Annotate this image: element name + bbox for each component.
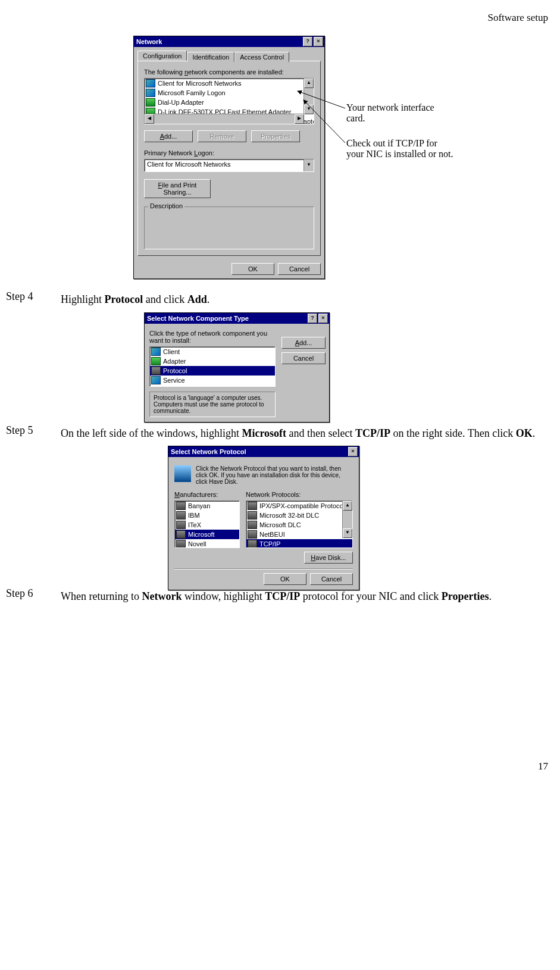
vendor-icon (176, 521, 186, 529)
vendor-icon (176, 511, 186, 520)
vendor-icon (176, 530, 186, 539)
protocol-icon (248, 502, 257, 510)
scrollbar-horizontal[interactable]: ◀ ▶ (145, 114, 304, 124)
component-listbox[interactable]: Client Adapter Protocol Service (149, 346, 276, 387)
step5-text: On the left side of the windows, highlig… (61, 424, 548, 443)
dialog-title: Select Network Component Type (147, 315, 249, 322)
client-icon (146, 89, 155, 97)
step4-label: Step 4 (6, 290, 61, 303)
close-icon[interactable]: × (348, 447, 358, 456)
tab-access-control[interactable]: Access Control (234, 52, 289, 62)
client-icon (151, 348, 161, 356)
tab-identification[interactable]: Identification (187, 52, 234, 62)
description-group: Description (144, 206, 314, 249)
protocol-hint: Protocol is a 'language' a computer uses… (149, 392, 276, 417)
step6-label: Step 6 (6, 587, 61, 600)
protocol-icon (151, 367, 161, 375)
step5-label: Step 5 (6, 424, 61, 437)
description-label: Description (148, 202, 184, 209)
list-item[interactable]: Service (163, 377, 185, 384)
help-icon[interactable]: ? (303, 37, 312, 46)
logon-label: Primary Network Logon: (144, 149, 314, 157)
scroll-right-icon[interactable]: ▶ (295, 114, 304, 124)
cancel-button[interactable]: Cancel (310, 573, 353, 585)
list-item[interactable]: TCP/IP (259, 540, 280, 547)
page-number: 17 (6, 761, 548, 772)
list-item[interactable]: Banyan (188, 502, 210, 509)
protocols-listbox[interactable]: IPX/SPX-compatible Protocol Microsoft 32… (246, 500, 353, 548)
properties-button[interactable]: Properties (251, 130, 300, 142)
list-item[interactable]: Microsoft Family Logon (158, 89, 226, 96)
components-listbox[interactable]: Client for Microsoft Networks Microsoft … (144, 78, 314, 124)
instruction-text: Click the Network Protocol that you want… (196, 465, 353, 485)
help-icon[interactable]: ? (308, 314, 317, 323)
annotation-tcpip: Check out if TCP/IP for your NIC is inst… (346, 138, 453, 159)
ok-button[interactable]: OK (231, 263, 274, 275)
list-item[interactable]: Microsoft (188, 531, 215, 538)
ok-button[interactable]: OK (264, 573, 306, 585)
list-item[interactable]: Protocol (163, 367, 187, 374)
list-item[interactable]: Microsoft 32-bit DLC (259, 512, 319, 519)
scrollbar-vertical[interactable]: ▲ ▼ (304, 79, 314, 114)
scroll-down-icon[interactable]: ▼ (304, 105, 314, 114)
remove-button[interactable]: Remove (198, 130, 246, 142)
list-item[interactable]: Client for Microsoft Networks (158, 80, 242, 87)
list-item[interactable]: IBM (188, 512, 200, 519)
page-header: Software setup (6, 12, 548, 24)
chevron-down-icon[interactable]: ▼ (304, 159, 314, 171)
network-dialog: Network ? × Configuration Identification… (133, 36, 325, 279)
protocols-label: Network Protocols: (246, 491, 353, 498)
cancel-button[interactable]: Cancel (281, 352, 326, 364)
list-item[interactable]: Adapter (163, 358, 186, 365)
cancel-button[interactable]: Cancel (278, 263, 321, 275)
list-item[interactable]: NetBEUI (259, 531, 285, 538)
component-type-label: Click the type of network component you … (149, 330, 276, 344)
scroll-down-icon[interactable]: ▼ (343, 528, 352, 538)
list-item[interactable]: Client (163, 348, 180, 355)
logon-value: Client for Microsoft Networks (145, 159, 304, 171)
client-icon (146, 79, 155, 87)
manufacturers-label: Manufacturers: (174, 491, 240, 498)
close-icon[interactable]: × (314, 37, 323, 46)
vendor-icon (176, 502, 186, 510)
step4-text: Highlight Protocol and click Add. (61, 290, 548, 309)
protocol-icon (248, 521, 257, 529)
scroll-left-icon[interactable]: ◀ (145, 114, 154, 124)
add-button[interactable]: Add... (144, 130, 193, 142)
components-label: The following network components are ins… (144, 68, 314, 76)
manufacturers-listbox[interactable]: Banyan IBM ITeX Microsoft Novell (174, 500, 240, 548)
tab-strip: Configuration Identification Access Cont… (137, 51, 321, 61)
dialog-title: Select Network Protocol (171, 448, 246, 455)
adapter-icon (146, 98, 155, 107)
protocol-large-icon (174, 465, 191, 482)
close-icon[interactable]: × (318, 314, 328, 323)
select-component-dialog: Select Network Component Type ? × Click … (144, 312, 330, 423)
annotation-nic: Your network interface card. (346, 102, 442, 124)
scrollbar-vertical[interactable]: ▲ ▼ (342, 501, 352, 538)
scroll-up-icon[interactable]: ▲ (343, 501, 352, 511)
file-print-sharing-button[interactable]: File and Print Sharing... (144, 179, 211, 198)
add-button[interactable]: Add... (281, 337, 326, 349)
protocol-icon (248, 511, 257, 520)
logon-combo[interactable]: Client for Microsoft Networks ▼ (144, 159, 314, 172)
list-item[interactable]: Novell (188, 540, 207, 547)
adapter-icon (151, 357, 161, 365)
have-disk-button[interactable]: Have Disk... (304, 552, 353, 564)
select-protocol-dialog: Select Network Protocol × Click the Netw… (168, 446, 359, 590)
protocol-icon (248, 530, 257, 539)
tab-configuration[interactable]: Configuration (137, 51, 187, 61)
list-item[interactable]: Microsoft DLC (259, 521, 301, 528)
scroll-up-icon[interactable]: ▲ (304, 79, 314, 88)
list-item[interactable]: ITeX (188, 521, 201, 528)
list-item[interactable]: Dial-Up Adapter (158, 99, 204, 106)
service-icon (151, 376, 161, 384)
vendor-icon (176, 540, 186, 548)
dialog-title: Network (136, 38, 162, 45)
list-item[interactable]: IPX/SPX-compatible Protocol (259, 502, 345, 509)
protocol-icon (248, 540, 257, 548)
